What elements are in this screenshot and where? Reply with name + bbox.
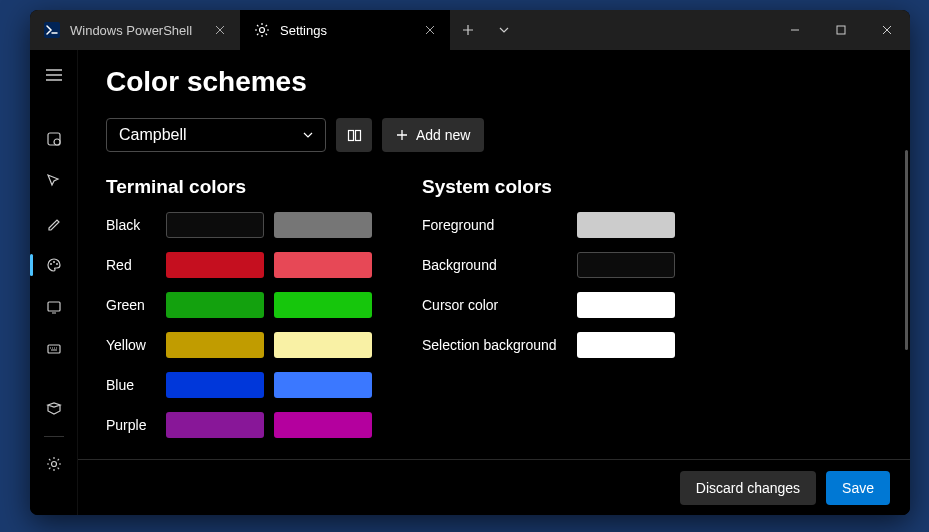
color-row: Blue bbox=[106, 372, 372, 398]
color-swatch-bright[interactable] bbox=[274, 332, 372, 358]
scheme-selected: Campbell bbox=[119, 126, 187, 144]
svg-point-7 bbox=[56, 263, 58, 265]
svg-rect-8 bbox=[48, 302, 60, 311]
svg-rect-2 bbox=[837, 26, 845, 34]
sidebar-colorschemes-icon[interactable] bbox=[34, 246, 74, 284]
tab-dropdown-button[interactable] bbox=[486, 10, 522, 50]
save-button[interactable]: Save bbox=[826, 471, 890, 505]
color-swatch[interactable] bbox=[577, 252, 675, 278]
discard-button[interactable]: Discard changes bbox=[680, 471, 816, 505]
color-swatch-base[interactable] bbox=[166, 372, 264, 398]
window-body: Color schemes Campbell Add new bbox=[30, 50, 910, 515]
maximize-button[interactable] bbox=[818, 10, 864, 50]
color-row: Green bbox=[106, 292, 372, 318]
add-new-button[interactable]: Add new bbox=[382, 118, 484, 152]
tab-label: Windows PowerShell bbox=[70, 23, 192, 38]
close-icon[interactable] bbox=[210, 20, 230, 40]
color-swatch[interactable] bbox=[577, 292, 675, 318]
content-area: Color schemes Campbell Add new bbox=[78, 50, 910, 515]
color-swatch-bright[interactable] bbox=[274, 372, 372, 398]
tab-settings[interactable]: Settings bbox=[240, 10, 450, 50]
close-window-button[interactable] bbox=[864, 10, 910, 50]
color-swatch-bright[interactable] bbox=[274, 412, 372, 438]
sidebar-appearance-icon[interactable] bbox=[34, 204, 74, 242]
svg-point-4 bbox=[54, 139, 60, 145]
color-label: Foreground bbox=[422, 217, 567, 233]
svg-point-10 bbox=[51, 462, 56, 467]
sidebar-menu-button[interactable] bbox=[34, 56, 74, 94]
system-colors-heading: System colors bbox=[422, 176, 675, 198]
tab-powershell[interactable]: Windows PowerShell bbox=[30, 10, 240, 50]
sidebar-startup-icon[interactable] bbox=[34, 120, 74, 158]
color-row: Foreground bbox=[422, 212, 675, 238]
sidebar-interaction-icon[interactable] bbox=[34, 162, 74, 200]
sidebar-settings-icon[interactable] bbox=[34, 445, 74, 483]
color-row: Purple bbox=[106, 412, 372, 438]
sidebar bbox=[30, 50, 78, 515]
color-swatch-base[interactable] bbox=[166, 412, 264, 438]
plus-icon bbox=[396, 129, 408, 141]
gear-icon bbox=[254, 22, 270, 38]
svg-rect-11 bbox=[348, 130, 353, 140]
titlebar: Windows PowerShell Settings bbox=[30, 10, 910, 50]
chevron-down-icon bbox=[303, 132, 313, 138]
color-swatch-base[interactable] bbox=[166, 292, 264, 318]
color-swatch[interactable] bbox=[577, 212, 675, 238]
color-label: Yellow bbox=[106, 337, 156, 353]
color-label: Red bbox=[106, 257, 156, 273]
color-label: Selection background bbox=[422, 337, 567, 353]
minimize-button[interactable] bbox=[772, 10, 818, 50]
svg-rect-12 bbox=[355, 130, 360, 140]
color-swatch-base[interactable] bbox=[166, 212, 264, 238]
color-swatch-bright[interactable] bbox=[274, 212, 372, 238]
color-swatch-base[interactable] bbox=[166, 332, 264, 358]
color-swatch[interactable] bbox=[577, 332, 675, 358]
app-window: Windows PowerShell Settings bbox=[30, 10, 910, 515]
svg-rect-9 bbox=[48, 345, 60, 353]
scheme-dropdown[interactable]: Campbell bbox=[106, 118, 326, 152]
rename-button[interactable] bbox=[336, 118, 372, 152]
color-label: Purple bbox=[106, 417, 156, 433]
color-label: Blue bbox=[106, 377, 156, 393]
sidebar-separator bbox=[44, 436, 64, 437]
svg-point-6 bbox=[53, 261, 55, 263]
terminal-colors-heading: Terminal colors bbox=[106, 176, 372, 198]
color-row: Yellow bbox=[106, 332, 372, 358]
color-row: Background bbox=[422, 252, 675, 278]
new-tab-button[interactable] bbox=[450, 10, 486, 50]
color-row: Red bbox=[106, 252, 372, 278]
add-new-label: Add new bbox=[416, 127, 470, 143]
scrollbar[interactable] bbox=[905, 150, 908, 350]
color-label: Black bbox=[106, 217, 156, 233]
top-controls: Campbell Add new bbox=[106, 118, 882, 152]
color-swatch-bright[interactable] bbox=[274, 252, 372, 278]
sidebar-defaults-icon[interactable] bbox=[34, 390, 74, 428]
color-swatch-base[interactable] bbox=[166, 252, 264, 278]
footer: Discard changes Save bbox=[78, 459, 910, 515]
close-icon[interactable] bbox=[420, 20, 440, 40]
color-swatch-bright[interactable] bbox=[274, 292, 372, 318]
color-label: Cursor color bbox=[422, 297, 567, 313]
sidebar-rendering-icon[interactable] bbox=[34, 288, 74, 326]
sidebar-actions-icon[interactable] bbox=[34, 330, 74, 368]
powershell-icon bbox=[44, 22, 60, 38]
color-label: Green bbox=[106, 297, 156, 313]
svg-point-5 bbox=[50, 263, 52, 265]
page-title: Color schemes bbox=[106, 66, 882, 98]
svg-point-1 bbox=[260, 28, 265, 33]
color-label: Background bbox=[422, 257, 567, 273]
tab-label: Settings bbox=[280, 23, 327, 38]
color-row: Black bbox=[106, 212, 372, 238]
color-row: Cursor color bbox=[422, 292, 675, 318]
color-row: Selection background bbox=[422, 332, 675, 358]
